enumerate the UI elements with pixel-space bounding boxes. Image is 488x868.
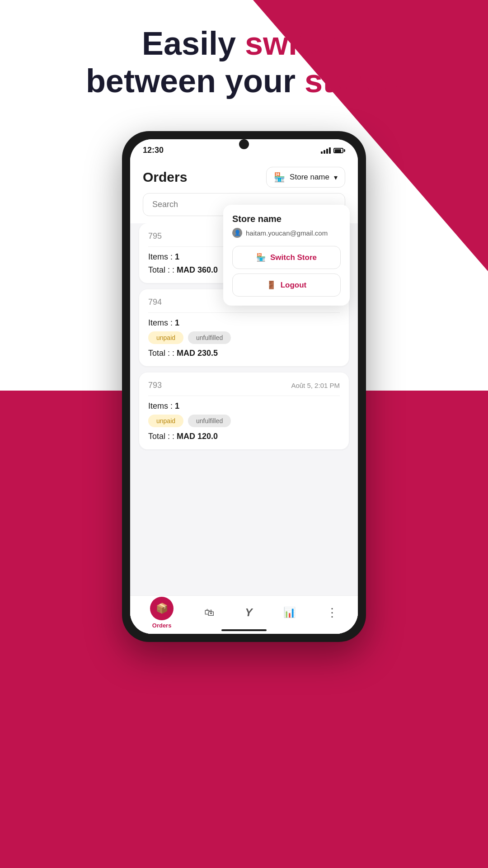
order-date-793: Août 5, 2:01 PM (291, 382, 340, 389)
order-badges-794: unpaid unfulfilled (148, 331, 231, 344)
switch-store-label: Switch Store (270, 253, 317, 262)
order-header-793: 793 Août 5, 2:01 PM (148, 381, 340, 396)
dropdown-email-row: 👤 haitam.youcan@gmail.com (232, 228, 341, 238)
camera-notch (239, 139, 249, 149)
logout-icon: 🚪 (267, 280, 276, 290)
nav-item-analytics[interactable]: 📊 (283, 607, 296, 618)
dropdown-store-name: Store name (232, 214, 341, 224)
phone-screen: 12:30 (130, 139, 358, 634)
switch-store-icon: 🏪 (256, 253, 266, 262)
hero-switch: switch (245, 25, 346, 61)
store-dropdown: Store name 👤 haitam.youcan@gmail.com 🏪 S… (223, 205, 350, 306)
order-items-793: Items : 1 (148, 401, 340, 411)
logout-button[interactable]: 🚪 Logout (232, 274, 341, 297)
order-number-795: 795 (148, 231, 162, 241)
status-icons (321, 147, 345, 154)
badge-unpaid-794: unpaid (148, 331, 183, 344)
nav-analytics-icon: 📊 (283, 607, 296, 618)
nav-orders-icon: 📦 (156, 603, 168, 614)
badge-unfulfilled-794: unfulfilled (188, 331, 231, 344)
store-icon: 🏪 (274, 172, 285, 183)
phone-mockup: 12:30 (122, 131, 366, 642)
order-total-793: Total : : MAD 120.0 (148, 432, 340, 441)
nav-orders-circle: 📦 (150, 597, 174, 620)
person-icon: 👤 (232, 228, 242, 238)
order-number-793: 793 (148, 381, 162, 390)
status-time: 12:30 (143, 146, 164, 155)
nav-item-shop[interactable]: 🛍 (204, 607, 214, 618)
hero-section: Easily switch between your stores (0, 25, 488, 100)
nav-more-icon: ⋮ (326, 606, 338, 620)
nav-bottom-indicator (221, 629, 267, 631)
nav-y-icon: Y (245, 606, 252, 619)
app-header: Orders 🏪 Store name ▾ (130, 159, 358, 193)
order-items-794: Items : 1 (148, 318, 340, 328)
order-badges-793: unpaid unfulfilled (148, 415, 231, 427)
nav-item-orders[interactable]: 📦 Orders (150, 597, 174, 629)
store-name-label: Store name (290, 173, 329, 182)
hero-between: between your (86, 63, 296, 99)
hero-easily: Easily (142, 25, 236, 61)
nav-shop-icon: 🛍 (204, 607, 214, 618)
order-total-794: Total : : MAD 230.5 (148, 349, 340, 358)
order-card-793[interactable]: 793 Août 5, 2:01 PM Items : 1 unpaid unf… (139, 373, 349, 449)
chevron-down-icon: ▾ (334, 173, 338, 182)
app-content: Orders 🏪 Store name ▾ Store name 👤 (130, 159, 358, 634)
signal-icon (321, 147, 331, 154)
page-title: Orders (143, 170, 187, 185)
badge-unfulfilled-793: unfulfilled (188, 415, 231, 427)
switch-store-button[interactable]: 🏪 Switch Store (232, 246, 341, 269)
hero-headline: Easily switch between your stores (0, 25, 488, 100)
store-selector-button[interactable]: 🏪 Store name ▾ (266, 167, 345, 188)
phone-frame: 12:30 (122, 131, 366, 642)
bottom-nav: 📦 Orders 🛍 Y 📊 ⋮ (130, 595, 358, 634)
order-number-794: 794 (148, 297, 162, 307)
dropdown-email-text: haitam.youcan@gmail.com (246, 229, 328, 237)
nav-orders-label: Orders (152, 622, 172, 629)
hero-stores: stores (305, 63, 402, 99)
nav-item-y[interactable]: Y (245, 606, 252, 619)
battery-icon (333, 148, 345, 153)
badge-unpaid-793: unpaid (148, 415, 183, 427)
nav-item-more[interactable]: ⋮ (326, 606, 338, 620)
logout-label: Logout (281, 281, 307, 290)
